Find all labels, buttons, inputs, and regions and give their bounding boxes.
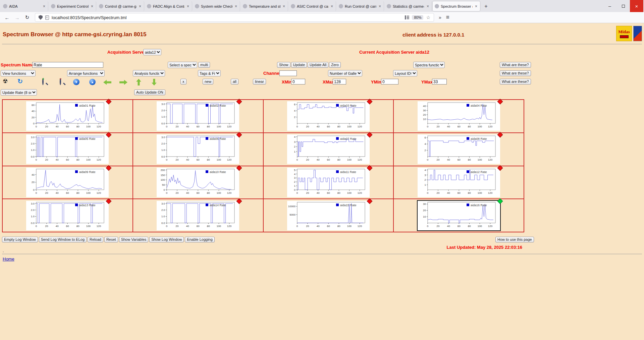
pan-left-icon[interactable] bbox=[103, 80, 111, 85]
gallery-cell-aida13[interactable]: 0.01.02.03.0020406080100120aida13 Rate bbox=[2, 199, 133, 232]
spectrum-chart-aida04[interactable]: 10203040020406080100120aida04 Rate bbox=[418, 101, 500, 131]
tab-close-icon[interactable]: × bbox=[378, 4, 382, 9]
spectrum-chart-aida16[interactable]: 102030020406080100120aida16 Rate bbox=[418, 201, 500, 230]
scroll-up-icon[interactable]: ▲ bbox=[89, 79, 96, 85]
window-minimize-button[interactable]: – bbox=[603, 0, 616, 12]
reload-button[interactable]: ↻ bbox=[23, 13, 32, 22]
shield-icon[interactable] bbox=[39, 15, 43, 20]
spectrum-chart-aida06[interactable]: 0.01.02.03.0020406080100120aida06 Rate bbox=[157, 134, 239, 164]
pan-down-icon[interactable] bbox=[152, 79, 157, 86]
empty-log-window-button[interactable]: Empty Log Window bbox=[2, 237, 38, 242]
pan-right-icon[interactable] bbox=[119, 80, 127, 85]
refresh-icon[interactable]: ↻ bbox=[17, 78, 23, 85]
browser-tab-7[interactable]: ASIC Control @ carm × bbox=[289, 1, 336, 11]
gallery-cell-aida06[interactable]: 0.01.02.03.0020406080100120aida06 Rate bbox=[133, 133, 263, 166]
tab-close-icon[interactable]: × bbox=[186, 4, 190, 9]
show-variables-button[interactable]: Show Variables bbox=[119, 237, 149, 242]
spectrum-name-input[interactable] bbox=[32, 62, 103, 68]
show-button[interactable]: Show bbox=[277, 62, 290, 68]
browser-tab-1[interactable]: AIDA × bbox=[1, 1, 48, 11]
xmax-input[interactable] bbox=[333, 79, 346, 84]
number-of-galleries-dropdown[interactable]: Number of Galleries bbox=[328, 70, 362, 76]
browser-tab-9[interactable]: Statistics @ carme-g × bbox=[385, 1, 432, 11]
forward-button[interactable]: → bbox=[13, 13, 21, 22]
linear-button[interactable]: linear bbox=[253, 79, 266, 84]
bookmark-star-icon[interactable]: ☆ bbox=[426, 15, 430, 20]
gallery-cell-aida11[interactable]: 012345020406080100120aida11 Rate bbox=[263, 166, 394, 199]
reader-mode-icon[interactable] bbox=[405, 15, 409, 19]
view-functions-dropdown[interactable]: View functions bbox=[1, 70, 36, 76]
browser-tab-4[interactable]: FADC Align & Control × bbox=[145, 1, 192, 11]
spectrum-chart-aida03[interactable]: 246020406080100120aida03 Rate bbox=[287, 101, 370, 131]
zero-button[interactable]: Zero bbox=[329, 62, 341, 68]
gallery-cell-aida04[interactable]: 10203040020406080100120aida04 Rate bbox=[393, 100, 524, 133]
tags-fits-dropdown[interactable]: Tags & Fits bbox=[198, 70, 221, 76]
pan-up-icon[interactable] bbox=[136, 79, 141, 86]
spectrum-chart-aida15[interactable]: 500010000020406080100120aida15 Rate bbox=[287, 201, 370, 230]
window-close-button[interactable]: × bbox=[630, 0, 643, 12]
tab-close-icon[interactable]: × bbox=[42, 4, 46, 9]
tab-close-icon[interactable]: × bbox=[282, 4, 286, 9]
spectrum-chart-aida13[interactable]: 0.01.02.03.0020406080100120aida13 Rate bbox=[26, 201, 109, 230]
gallery-cell-aida14[interactable]: 0.01.02.03.0020406080100120aida14 Rate bbox=[133, 199, 263, 232]
gallery-cell-aida15[interactable]: 500010000020406080100120aida15 Rate bbox=[263, 199, 394, 232]
ymax-input[interactable] bbox=[432, 79, 447, 84]
update-rate-dropdown[interactable]: Update Rate (8 secs) bbox=[1, 89, 37, 96]
url-bar[interactable]: localhost:8015/Spectrum/Spectrum.tml 80%… bbox=[35, 13, 434, 22]
tab-close-icon[interactable]: × bbox=[330, 4, 334, 9]
gallery-cell-aida02[interactable]: 0.01.02.03.0020406080100120aida02 Rate bbox=[133, 100, 263, 133]
browser-tab-8[interactable]: Run Control @ carme × bbox=[337, 1, 384, 11]
reset-button[interactable]: Reset bbox=[104, 237, 118, 242]
update-button[interactable]: Update bbox=[291, 62, 307, 68]
what-are-these-button-3[interactable]: What are these? bbox=[500, 79, 531, 84]
spectrum-chart-aida10[interactable]: 050100150200020406080100120aida10 Rate bbox=[157, 168, 239, 197]
site-info-icon[interactable] bbox=[45, 15, 49, 20]
spectrum-chart-aida14[interactable]: 0.01.02.03.0020406080100120aida14 Rate bbox=[157, 201, 239, 230]
zoom-in-icon[interactable]: + bbox=[42, 79, 44, 84]
ymin-input[interactable] bbox=[381, 79, 398, 84]
gallery-cell-aida08[interactable]: 246020406080100120aida08 Rate bbox=[393, 133, 524, 166]
what-are-these-button-1[interactable]: What are these? bbox=[500, 62, 531, 68]
tab-close-icon[interactable]: × bbox=[90, 4, 94, 9]
multi-button[interactable]: multi bbox=[198, 62, 210, 68]
gallery-cell-aida09[interactable]: 02040020406080100120aida09 Rate bbox=[2, 166, 133, 199]
gallery-cell-aida07[interactable]: 1234020406080100120aida07 Rate bbox=[263, 133, 394, 166]
browser-tab-10[interactable]: Spectrum Browser @ × bbox=[433, 1, 480, 11]
spectrum-chart-aida12[interactable]: 1234020406080100120aida12 Rate bbox=[418, 168, 500, 197]
url-text[interactable]: localhost:8015/Spectrum/Spectrum.tml bbox=[52, 15, 402, 20]
tab-close-icon[interactable]: × bbox=[234, 4, 238, 9]
window-maximize-button[interactable] bbox=[616, 0, 630, 12]
reload-button[interactable]: Reload bbox=[88, 237, 103, 242]
gallery-cell-aida12[interactable]: 1234020406080100120aida12 Rate bbox=[393, 166, 524, 199]
new-tab-button[interactable]: + bbox=[482, 2, 490, 11]
tab-close-icon[interactable]: × bbox=[138, 4, 142, 9]
x-axis-button[interactable]: x bbox=[180, 79, 186, 84]
spectrum-chart-aida11[interactable]: 012345020406080100120aida11 Rate bbox=[287, 168, 370, 197]
tab-close-icon[interactable]: × bbox=[426, 4, 430, 9]
analysis-functions-dropdown[interactable]: Analysis functions bbox=[133, 70, 165, 76]
new-button[interactable]: new bbox=[203, 79, 213, 84]
hamburger-menu-icon[interactable]: ≡ bbox=[444, 14, 451, 21]
gallery-cell-aida03[interactable]: 246020406080100120aida03 Rate bbox=[263, 100, 394, 133]
select-spectrum-dropdown[interactable]: Select a spectrum bbox=[168, 62, 197, 68]
spectra-functions-dropdown[interactable]: Spectra functions bbox=[413, 62, 445, 68]
auto-update-button[interactable]: Auto Update ON bbox=[134, 90, 165, 95]
browser-tab-6[interactable]: Temperature and stat × bbox=[241, 1, 288, 11]
show-log-window-button[interactable]: Show Log Window bbox=[149, 237, 184, 242]
scroll-down-icon[interactable]: ▼ bbox=[73, 79, 79, 85]
spectrum-chart-aida09[interactable]: 02040020406080100120aida09 Rate bbox=[26, 168, 109, 197]
gallery-cell-aida16[interactable]: 102030020406080100120aida16 Rate bbox=[393, 199, 524, 232]
spectrum-chart-aida08[interactable]: 246020406080100120aida08 Rate bbox=[418, 134, 500, 164]
arrange-functions-dropdown[interactable]: Arrange functions bbox=[67, 70, 105, 76]
zoom-level-badge[interactable]: 80% bbox=[412, 15, 423, 20]
xmin-input[interactable] bbox=[291, 79, 305, 84]
zoom-out-icon[interactable]: − bbox=[60, 79, 61, 84]
spectrum-chart-aida02[interactable]: 0.01.02.03.0020406080100120aida02 Rate bbox=[157, 101, 239, 131]
home-link[interactable]: Home bbox=[3, 257, 14, 262]
browser-tab-3[interactable]: Control @ carme-gsi × bbox=[97, 1, 144, 11]
what-are-these-button-2[interactable]: What are these? bbox=[500, 70, 531, 76]
update-all-button[interactable]: Update All bbox=[308, 62, 328, 68]
gallery-cell-aida05[interactable]: 0.01.02.03.0020406080100120aida05 Rate bbox=[2, 133, 133, 166]
overflow-chevron-icon[interactable]: » bbox=[437, 15, 443, 20]
browser-tab-5[interactable]: System wide Checks × bbox=[193, 1, 240, 11]
